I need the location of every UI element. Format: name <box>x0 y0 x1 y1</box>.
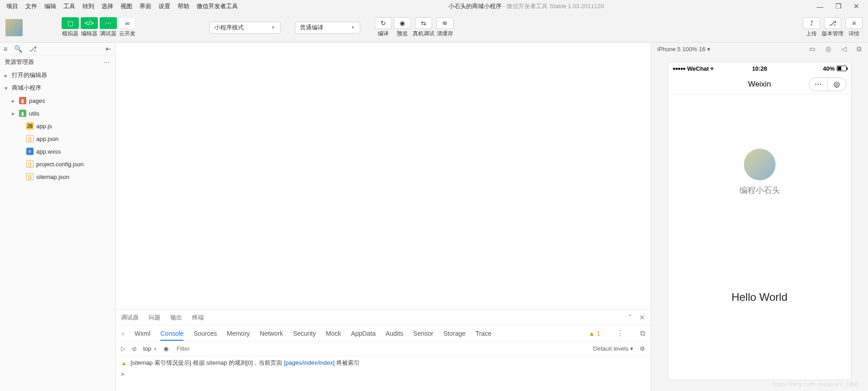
branch-icon[interactable]: ⎇ <box>29 45 37 53</box>
search-icon[interactable]: 🔍 <box>14 45 23 53</box>
file-tree-item[interactable]: {}project.config.json <box>0 158 115 170</box>
tab-network[interactable]: Network <box>260 330 283 337</box>
capsule-close-icon[interactable]: ◎ <box>828 78 846 91</box>
tab-problems[interactable]: 问题 <box>149 314 160 322</box>
gear-icon[interactable]: ⚙ <box>640 345 645 352</box>
avatar-image[interactable] <box>744 149 776 180</box>
menu-item[interactable]: 编辑 <box>41 0 60 12</box>
file-icon: {} <box>26 173 34 180</box>
tab-sources[interactable]: Sources <box>193 330 217 337</box>
file-tree-item[interactable]: {}app.json <box>0 132 115 145</box>
compile-select[interactable]: 普通编译▼ <box>295 22 360 34</box>
menu-item[interactable]: 文件 <box>22 0 41 12</box>
menu-item[interactable]: 设置 <box>155 0 174 12</box>
label: 资源管理器 <box>5 58 34 66</box>
tab-trace[interactable]: Trace <box>476 330 492 337</box>
wifi-icon: ᯤ <box>710 65 716 72</box>
menu-item[interactable]: 微信开发者工具 <box>193 0 241 12</box>
popout-icon[interactable]: ⧉ <box>857 45 862 53</box>
warning-icon: ▲ <box>121 360 127 367</box>
tab-mock[interactable]: Mock <box>326 330 341 337</box>
details-button[interactable]: ≡详情 <box>845 17 863 38</box>
close-icon[interactable]: ✕ <box>639 314 645 322</box>
version-button[interactable]: ⎇版本管理 <box>822 17 844 38</box>
tab-audits[interactable]: Audits <box>386 330 403 337</box>
cloud-button[interactable]: ∞云开发 <box>119 17 136 38</box>
file-tree-item[interactable]: JSapp.js <box>0 120 115 132</box>
file-tree-item[interactable]: ▾商城小程序 <box>0 82 115 94</box>
tab-terminal[interactable]: 终端 <box>192 314 204 322</box>
file-tree-item[interactable]: ▸▮pages <box>0 94 115 107</box>
label: 详情 <box>849 30 859 38</box>
mute-icon[interactable]: ◁ <box>841 45 847 53</box>
file-tree-item[interactable]: ▸▮utils <box>0 107 115 120</box>
eye-icon[interactable]: ◉ <box>164 345 169 352</box>
carrier-label: WeChat <box>687 65 709 72</box>
capsule-button[interactable]: ⋯ ◎ <box>809 77 847 91</box>
remote-debug-button[interactable]: ⇆真机调试 <box>413 17 434 38</box>
menu-item[interactable]: 选择 <box>98 0 117 12</box>
capsule-menu-icon[interactable]: ⋯ <box>809 78 828 91</box>
tab-security[interactable]: Security <box>293 330 316 337</box>
menu-item[interactable]: 视图 <box>117 0 136 12</box>
dock-icon[interactable]: ⧉ <box>640 329 645 338</box>
window-minimize[interactable]: — <box>811 3 829 10</box>
kebab-icon[interactable]: ⋮ <box>617 329 624 338</box>
clear-cache-button[interactable]: ≋清缓存 <box>436 17 453 38</box>
tab-console[interactable]: Console <box>160 330 183 341</box>
list-icon[interactable]: ≡ <box>4 45 8 53</box>
device-icon[interactable]: ▭ <box>809 45 815 53</box>
menu-item[interactable]: 界面 <box>136 0 155 12</box>
tab-sensor[interactable]: Sensor <box>413 330 433 337</box>
upload-button[interactable]: ⤴上传 <box>803 17 820 38</box>
tab-wxml[interactable]: Wxml <box>135 330 150 337</box>
editor-area[interactable] <box>116 43 651 309</box>
more-icon[interactable]: ⋯ <box>104 59 111 66</box>
file-tree-item[interactable]: ≡app.wxss <box>0 145 115 158</box>
tab-storage[interactable]: Storage <box>443 330 465 337</box>
menu-item[interactable]: 工具 <box>60 0 79 12</box>
window-maximize[interactable]: ❐ <box>829 2 847 10</box>
toolbar: ▢模拟器 </>编辑器 ⋯调试器 ∞云开发 小程序模式▼ 普通编译▼ ↻编译 ◉… <box>0 13 868 43</box>
file-icon: ≡ <box>26 148 34 155</box>
menu-item[interactable]: 转到 <box>79 0 98 12</box>
simulator-toolbar: iPhone 5 100% 16 ▾ ▭ ◎ ◁ ⧉ <box>651 43 868 55</box>
simulator-button[interactable]: ▢模拟器 <box>62 17 79 38</box>
collapse-icon[interactable]: ⇤ <box>106 45 111 53</box>
log-link[interactable]: [pages/index/index] <box>284 359 335 366</box>
tab-memory[interactable]: Memory <box>227 330 250 337</box>
clear-icon[interactable]: ⊘ <box>132 345 137 352</box>
phone-frame: ●●●●● WeChat ᯤ 10:28 40% Weixin ⋯ ◎ 编程小石… <box>668 63 851 380</box>
inspect-icon[interactable]: ⟐ <box>121 330 125 337</box>
tab-appdata[interactable]: AppData <box>351 330 376 337</box>
file-tree-item[interactable]: ▸打开的编辑器 <box>0 69 115 82</box>
collapse-icon[interactable]: ˄ <box>628 314 632 322</box>
remote-icon: ⇆ <box>415 17 432 29</box>
debugger-button[interactable]: ⋯调试器 <box>100 17 117 38</box>
upload-icon: ⤴ <box>803 17 820 29</box>
editor-button[interactable]: </>编辑器 <box>81 17 98 38</box>
file-label: 打开的编辑器 <box>12 71 47 79</box>
record-icon[interactable]: ◎ <box>825 45 831 53</box>
window-close[interactable]: ✕ <box>847 2 865 10</box>
menu-item[interactable]: 帮助 <box>174 0 193 12</box>
preview-button[interactable]: ◉预览 <box>394 17 411 38</box>
phone-body: 编程小石头 Hello World <box>668 94 851 380</box>
mode-select[interactable]: 小程序模式▼ <box>209 22 280 34</box>
play-icon[interactable]: ▷ <box>121 345 125 352</box>
user-avatar[interactable] <box>5 19 23 36</box>
device-select[interactable]: iPhone 5 100% 16 ▾ <box>657 46 710 53</box>
label: 云开发 <box>119 30 135 38</box>
compile-button[interactable]: ↻编译 <box>375 17 392 38</box>
file-tree-item[interactable]: {}sitemap.json <box>0 170 115 183</box>
menu-item[interactable]: 项目 <box>3 0 22 12</box>
filter-input[interactable] <box>175 343 587 354</box>
console-prompt[interactable]: > <box>116 370 651 378</box>
context-select[interactable]: top ▼ <box>143 345 157 352</box>
eye-icon: ◉ <box>394 17 411 29</box>
tab-output[interactable]: 输出 <box>170 314 182 322</box>
warning-count[interactable]: ▲ 1 <box>588 330 600 337</box>
phone-nav-bar: Weixin ⋯ ◎ <box>668 74 851 94</box>
tab-debugger[interactable]: 调试器 <box>121 314 139 322</box>
levels-select[interactable]: Default levels ▾ <box>593 345 633 352</box>
